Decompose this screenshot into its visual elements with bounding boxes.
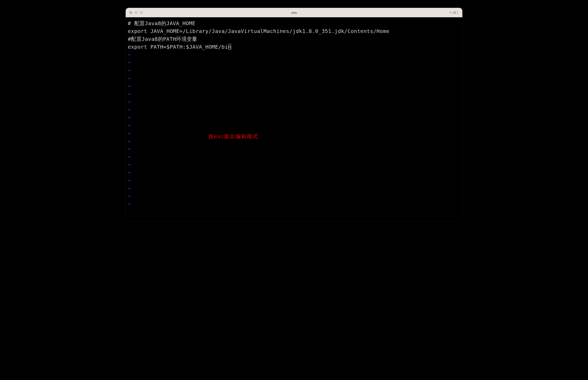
editor-area[interactable]: # 配置Java8的JAVA_HOME export JAVA_HOME=/Li… (126, 17, 462, 221)
empty-line-marker: ~ (128, 51, 460, 59)
empty-line-marker: ~ (128, 106, 460, 114)
empty-line-marker: ~ (128, 192, 460, 200)
empty-line-marker: ~ (128, 90, 460, 98)
empty-line-marker: ~ (128, 129, 460, 137)
code-line: export PATH=$PATH:$JAVA_HOME/bin (128, 43, 460, 51)
empty-line-marker: ~ (128, 82, 460, 90)
code-line: export JAVA_HOME=/Library/Java/JavaVirtu… (128, 27, 460, 35)
empty-line-marker: ~ (128, 98, 460, 106)
code-line: #配置Java8的PATH环境变量 (128, 35, 460, 43)
empty-line-marker: ~ (128, 114, 460, 121)
code-line: # 配置Java8的JAVA_HOME (128, 19, 460, 27)
empty-line-marker: ~ (128, 145, 460, 153)
empty-line-marker: ~ (128, 200, 460, 208)
close-button[interactable] (129, 11, 132, 14)
empty-line-marker: ~ (128, 121, 460, 129)
empty-line-marker: ~ (128, 59, 460, 66)
titlebar[interactable]: vim ⌥⌘1 (126, 8, 462, 17)
window-shortcut: ⌥⌘1 (449, 11, 459, 15)
maximize-button[interactable] (140, 11, 143, 14)
window-title: vim (291, 11, 297, 15)
annotation-overlay: 按esc退出编辑模式 (208, 133, 258, 140)
code-text: export PATH=$PATH:$JAVA_HOME/bin (128, 44, 231, 50)
empty-line-marker: ~ (128, 176, 460, 184)
empty-line-marker: ~ (128, 153, 460, 161)
empty-line-marker: ~ (128, 66, 460, 74)
empty-line-marker: ~ (128, 137, 460, 145)
traffic-lights (129, 11, 143, 14)
empty-line-marker: ~ (128, 161, 460, 169)
empty-line-marker: ~ (128, 74, 460, 82)
empty-line-marker: ~ (128, 169, 460, 176)
empty-line-marker: ~ (128, 184, 460, 192)
terminal-window: vim ⌥⌘1 # 配置Java8的JAVA_HOME export JAVA_… (126, 8, 462, 221)
minimize-button[interactable] (135, 11, 138, 14)
